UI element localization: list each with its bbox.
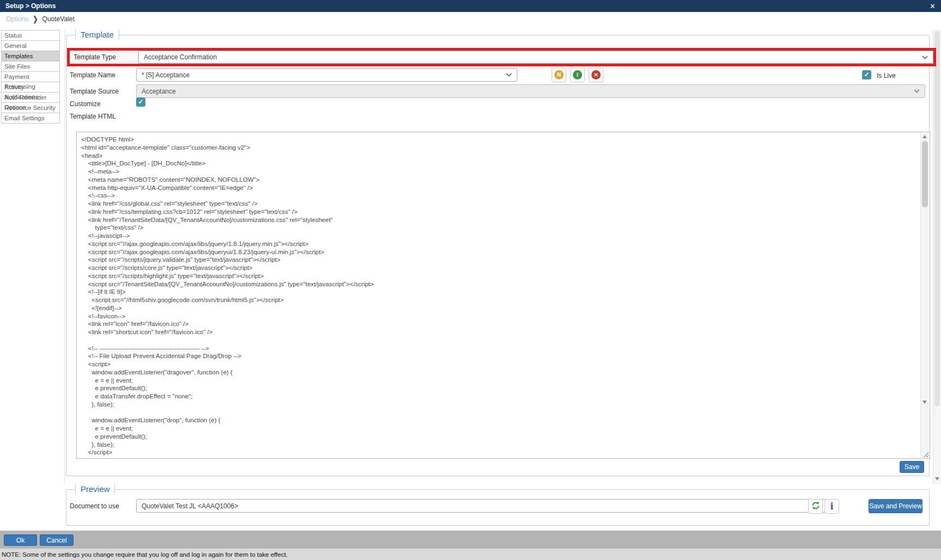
template-type-value: Acceptance Confirmation	[144, 53, 217, 61]
scroll-down-icon[interactable]	[935, 477, 939, 481]
footer-note: NOTE: Some of the settings you change re…	[0, 549, 941, 560]
sidebar-item-status[interactable]: Status	[1, 30, 60, 41]
breadcrumb-options-link[interactable]: Options	[6, 15, 28, 23]
save-and-preview-button[interactable]: Save and Preview	[869, 499, 922, 513]
sidebar-item-payment-processing[interactable]: Payment Processing	[1, 71, 60, 82]
page-scrollbar-thumb[interactable]	[934, 31, 940, 407]
template-source-value: Acceptance	[142, 88, 176, 95]
ok-button[interactable]: Ok	[4, 534, 37, 546]
scroll-down-icon[interactable]	[922, 401, 927, 404]
sidebar-item-auto-reminder-options[interactable]: Auto-Reminder Options	[1, 92, 60, 103]
chevron-down-icon	[506, 73, 512, 77]
template-source-label: Template Source	[70, 88, 119, 95]
content-divider	[64, 30, 65, 484]
document-to-use-select[interactable]: QuoteValet Test JL <AAAQ1006>	[136, 499, 839, 513]
template-html-editor[interactable]: <!DOCTYPE html> <html id="acceptance-tem…	[76, 132, 930, 459]
window-title: Setup > Options	[5, 2, 56, 10]
code-scrollbar[interactable]	[920, 133, 929, 458]
template-legend: Template	[75, 29, 119, 40]
close-icon[interactable]: ✕	[930, 3, 936, 10]
chevron-down-icon	[914, 89, 920, 93]
document-to-use-value: QuoteValet Test JL <AAAQ1006>	[142, 502, 238, 510]
delete-template-button[interactable]: ✕	[589, 67, 603, 82]
template-type-select[interactable]: Acceptance Confirmation	[138, 51, 933, 64]
template-name-value: * [S] Acceptance	[142, 71, 190, 79]
settings-sidebar: Status General Templates Site Files Paym…	[1, 30, 60, 124]
template-html-label: Template HTML	[70, 113, 116, 120]
delete-icon: ✕	[591, 70, 601, 79]
breadcrumb-current: QuoteValet	[42, 15, 75, 23]
sidebar-item-resource-security[interactable]: Resource Security	[1, 102, 60, 113]
refresh-button[interactable]	[808, 499, 823, 514]
template-name-label: Template Name	[70, 71, 115, 79]
info-icon: i	[573, 70, 582, 79]
info-icon: i	[830, 502, 833, 511]
breadcrumb: Options ❯ QuoteValet	[6, 15, 75, 23]
cancel-button[interactable]: Cancel	[40, 534, 74, 546]
template-info-button[interactable]: i	[570, 67, 585, 82]
code-scrollbar-thumb[interactable]	[922, 141, 928, 207]
refresh-icon	[811, 501, 820, 512]
is-live-checkbox[interactable]: ✓	[862, 70, 871, 79]
save-button[interactable]: Save	[900, 461, 924, 473]
new-icon: N	[554, 70, 564, 79]
customize-checkbox[interactable]: ✓	[136, 97, 145, 107]
sidebar-item-templates[interactable]: Templates	[1, 51, 60, 61]
annotation-highlight-box: Template Type Acceptance Confirmation	[67, 48, 936, 66]
chevron-down-icon	[922, 56, 928, 59]
preview-legend: Preview	[75, 484, 115, 494]
preview-info-button[interactable]: i	[824, 499, 839, 514]
template-source-select: Acceptance	[136, 84, 925, 98]
new-template-button[interactable]: N	[552, 67, 566, 82]
window-titlebar: Setup > Options ✕	[0, 0, 941, 12]
document-to-use-label: Document to use	[70, 502, 119, 510]
scroll-up-icon[interactable]	[922, 135, 927, 138]
customize-label: Customize	[70, 100, 101, 108]
sidebar-item-site-files[interactable]: Site Files	[1, 61, 60, 72]
template-type-label: Template Type	[70, 51, 138, 64]
footer-button-bar: Ok Cancel	[0, 531, 941, 549]
sidebar-item-general[interactable]: General	[1, 40, 60, 51]
template-html-code[interactable]: <!DOCTYPE html> <html id="acceptance-tem…	[81, 136, 919, 456]
setup-options-window: Setup > Options ✕ Options ❯ QuoteValet S…	[0, 0, 941, 560]
page-scrollbar[interactable]	[933, 30, 941, 484]
is-live-label: Is Live	[877, 72, 896, 79]
template-name-select[interactable]: * [S] Acceptance	[136, 68, 517, 82]
sidebar-item-email-settings[interactable]: Email Settings	[1, 113, 60, 124]
chevron-right-icon: ❯	[33, 15, 38, 23]
